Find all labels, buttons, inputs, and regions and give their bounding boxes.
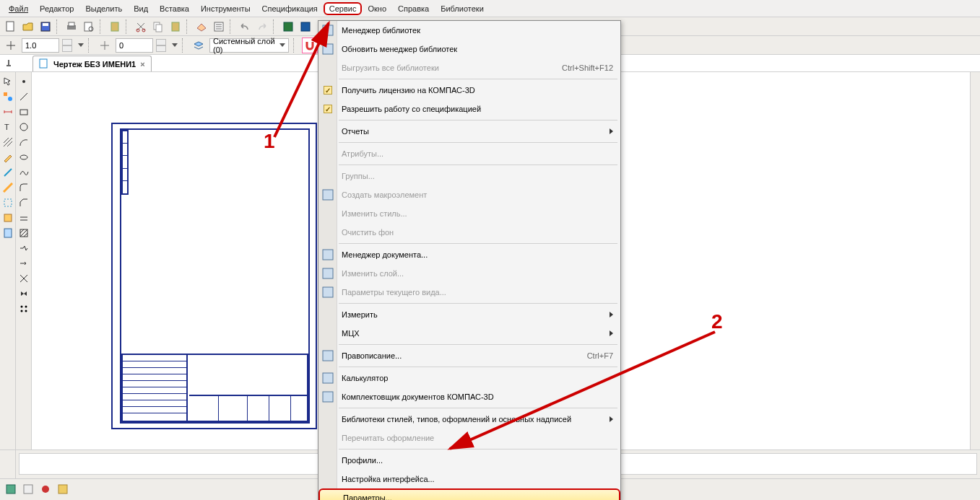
menu-view[interactable]: Вид xyxy=(128,2,154,15)
break-tool-icon[interactable] xyxy=(17,242,30,255)
edit-icon[interactable] xyxy=(1,151,14,164)
macro-icon xyxy=(321,188,334,201)
arc-tool-icon[interactable] xyxy=(17,136,30,149)
eraser-icon[interactable] xyxy=(194,19,209,35)
chamfer-tool-icon[interactable] xyxy=(17,196,30,209)
title-block xyxy=(121,354,308,422)
properties-icon[interactable] xyxy=(211,19,227,35)
step-icon[interactable] xyxy=(97,38,113,53)
menu-item-0[interactable]: Менеджер библиотек xyxy=(318,21,620,40)
spec-icon[interactable] xyxy=(1,211,14,224)
status-btn-3[interactable] xyxy=(38,481,53,497)
menu-item-20[interactable]: Измерить xyxy=(318,305,620,324)
shortcut-label: Ctrl+Shift+F12 xyxy=(562,63,613,72)
svg-point-24 xyxy=(22,80,25,83)
point-tool-icon[interactable] xyxy=(17,75,30,88)
separator xyxy=(126,19,130,34)
svg-point-27 xyxy=(20,155,27,159)
measure-icon[interactable] xyxy=(1,181,14,194)
menu-libraries[interactable]: Библиотеки xyxy=(435,2,490,15)
status-btn-1[interactable] xyxy=(3,481,19,497)
menu-help[interactable]: Справка xyxy=(392,2,435,15)
menu-item-5[interactable]: ✓Разрешить работу со спецификацией xyxy=(318,100,620,118)
menu-insert[interactable]: Вставка xyxy=(154,2,195,15)
trim-tool-icon[interactable] xyxy=(17,272,30,285)
menu-service[interactable]: Сервис xyxy=(324,2,363,15)
left-toolbar-1: T xyxy=(0,72,16,449)
separator xyxy=(186,19,191,34)
menu-item-32[interactable]: Настройка интерфейса... xyxy=(318,470,620,488)
offset-tool-icon[interactable] xyxy=(17,211,30,224)
menu-item-33[interactable]: Параметры... xyxy=(318,488,620,500)
menu-item-label: Измерить xyxy=(342,310,378,319)
doc-icon xyxy=(39,58,49,70)
close-tab-icon[interactable]: × xyxy=(140,60,144,69)
print-preview-icon[interactable] xyxy=(81,19,97,35)
annotation-label-2: 2 xyxy=(711,310,723,333)
snap-origin-icon[interactable] xyxy=(3,38,19,53)
menu-item-17: Изменить слой... xyxy=(318,264,620,283)
menu-item-label: Группы... xyxy=(342,172,375,180)
cursor-icon[interactable] xyxy=(1,75,14,88)
svg-rect-44 xyxy=(6,485,15,494)
separator xyxy=(88,38,92,53)
spline-tool-icon[interactable] xyxy=(17,166,30,179)
rect-tool-icon[interactable] xyxy=(17,105,30,118)
step-dropdown-icon[interactable] xyxy=(172,43,178,47)
extend-tool-icon[interactable] xyxy=(17,257,30,270)
ellipse-tool-icon[interactable] xyxy=(17,151,30,164)
copy-icon[interactable] xyxy=(150,19,166,35)
param-icon[interactable] xyxy=(1,166,14,179)
open-icon[interactable] xyxy=(20,19,36,35)
paste-icon[interactable] xyxy=(107,19,123,35)
menu-item-18: Параметры текущего вида... xyxy=(318,283,620,302)
menu-window[interactable]: Окно xyxy=(362,2,392,15)
array-tool-icon[interactable] xyxy=(17,302,30,315)
menu-item-2: Выгрузить все библиотекиCtrl+Shift+F12 xyxy=(318,58,620,77)
status-btn-4[interactable] xyxy=(55,481,71,497)
zoom-dropdown-icon[interactable] xyxy=(78,43,84,47)
new-doc-icon[interactable] xyxy=(3,19,19,35)
zoom-spinner[interactable] xyxy=(62,39,72,52)
dim-icon[interactable] xyxy=(1,105,14,118)
circle-tool-icon[interactable] xyxy=(17,120,30,133)
step-spinner[interactable] xyxy=(156,39,166,52)
menu-item-label: МЦХ xyxy=(342,329,360,338)
step-field[interactable]: 0 xyxy=(116,38,153,53)
left-toolbar-2 xyxy=(16,72,32,449)
pin-icon[interactable] xyxy=(3,58,14,69)
hatch-tool-icon[interactable] xyxy=(17,227,30,240)
fillet-tool-icon[interactable] xyxy=(17,181,30,194)
menu-item-label: Менеджер библиотек xyxy=(342,26,420,35)
document-tab[interactable]: Чертеж БЕЗ ИМЕНИ1 × xyxy=(32,56,152,71)
report-icon[interactable] xyxy=(1,227,14,240)
bundler-icon xyxy=(321,390,334,403)
cut-icon[interactable] xyxy=(133,19,149,35)
print-icon[interactable] xyxy=(64,19,79,35)
menu-item-16[interactable]: Менеджер документа... xyxy=(318,245,620,264)
text-icon[interactable]: T xyxy=(1,120,14,133)
menu-tools[interactable]: Инструменты xyxy=(195,2,256,15)
line-tool-icon[interactable] xyxy=(17,90,30,103)
menu-item-1[interactable]: Обновить менеджер библиотек xyxy=(318,40,620,58)
status-btn-2[interactable] xyxy=(20,481,36,497)
svg-rect-37 xyxy=(323,268,333,278)
save-icon[interactable] xyxy=(38,19,53,35)
drawing-sheet xyxy=(111,123,317,429)
hatch-icon[interactable] xyxy=(1,136,14,149)
svg-point-26 xyxy=(20,123,27,131)
geom-icon[interactable] xyxy=(1,90,14,103)
paste-clipboard-icon[interactable] xyxy=(168,19,183,35)
mirror-tool-icon[interactable] xyxy=(17,287,30,300)
layer-stack-icon[interactable] xyxy=(191,38,207,53)
menu-item-4[interactable]: ✓Получить лицензию на КОМПАС-3D xyxy=(318,81,620,100)
zoom-field[interactable]: 1.0 xyxy=(22,38,59,53)
right-scrollbar[interactable] xyxy=(970,72,980,449)
menu-spec[interactable]: Спецификация xyxy=(256,2,324,15)
menu-select[interactable]: Выделить xyxy=(79,2,128,15)
undo-icon[interactable] xyxy=(237,19,253,35)
menu-editor[interactable]: Редактор xyxy=(34,2,79,15)
menu-file[interactable]: Файл xyxy=(3,2,34,15)
menu-item-7[interactable]: Отчеты xyxy=(318,122,620,141)
select-icon[interactable] xyxy=(1,196,14,209)
